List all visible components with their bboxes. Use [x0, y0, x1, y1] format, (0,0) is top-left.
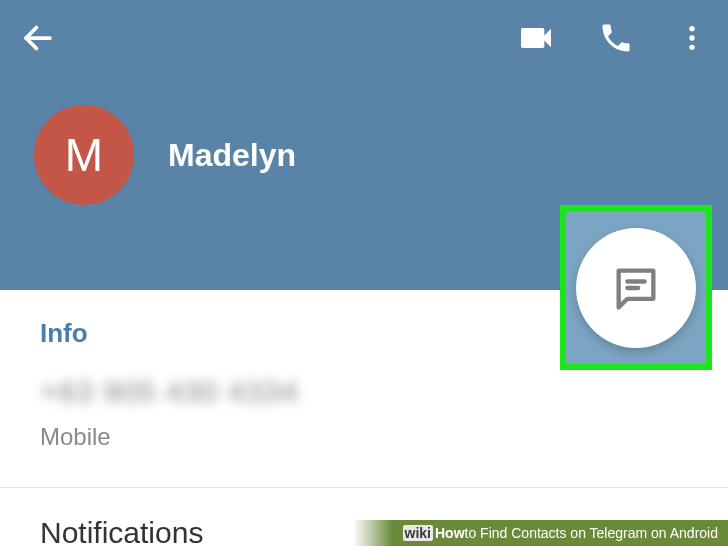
highlight-box [560, 205, 712, 370]
brand-wiki: wiki [403, 525, 433, 541]
video-call-button[interactable] [516, 18, 556, 62]
caption-bar: wikiHow to Find Contacts on Telegram on … [353, 520, 728, 546]
svg-point-1 [689, 26, 694, 31]
brand-how: How [435, 525, 465, 541]
contact-name: Madelyn [168, 137, 296, 174]
divider [0, 487, 728, 488]
toolbar [0, 0, 728, 80]
arrow-left-icon [20, 20, 56, 56]
caption-text: to Find Contacts on Telegram on Android [465, 525, 718, 541]
voice-call-button[interactable] [598, 20, 634, 60]
video-icon [516, 18, 556, 58]
svg-point-2 [689, 35, 694, 40]
svg-point-3 [689, 45, 694, 50]
phone-label: Mobile [40, 423, 688, 451]
chat-icon [610, 262, 662, 314]
menu-button[interactable] [676, 22, 708, 58]
more-vert-icon [676, 22, 708, 54]
avatar[interactable]: M [34, 105, 134, 205]
phone-number[interactable]: +63 905 430 4334 [40, 375, 688, 409]
back-button[interactable] [20, 20, 56, 60]
phone-icon [598, 20, 634, 56]
message-fab[interactable] [576, 228, 696, 348]
